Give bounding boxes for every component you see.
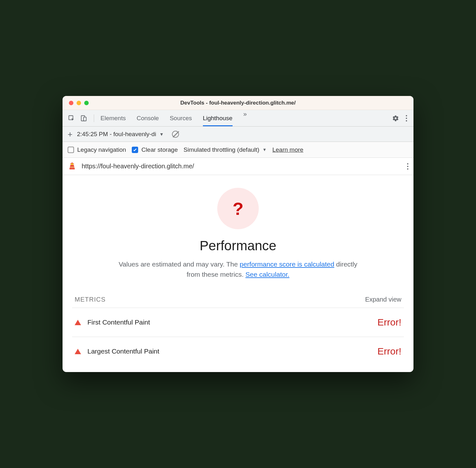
report-select[interactable]: 2:45:25 PM - foul-heavenly-di ▼	[77, 131, 164, 138]
metrics-title: METRICS	[75, 296, 106, 303]
device-toggle-icon[interactable]	[80, 114, 87, 122]
window-title: DevTools - foul-heavenly-direction.glitc…	[63, 100, 413, 106]
divider	[94, 114, 94, 122]
devtools-window: DevTools - foul-heavenly-direction.glitc…	[63, 96, 413, 372]
tab-console[interactable]: Console	[137, 110, 159, 126]
desc-text: Values are estimated and may vary. The	[119, 260, 240, 268]
devtools-tabbar: Elements Console Sources Lighthouse »	[63, 110, 413, 127]
dropdown-caret-icon: ▼	[263, 147, 267, 152]
category-description: Values are estimated and may vary. The p…	[117, 259, 359, 279]
error-triangle-icon	[75, 349, 81, 354]
svg-rect-2	[84, 117, 86, 121]
close-window-button[interactable]	[69, 101, 73, 105]
category-title: Performance	[69, 238, 407, 253]
checkbox-unchecked-icon	[68, 147, 74, 153]
metric-value: Error!	[377, 317, 401, 328]
expand-view-toggle[interactable]: Expand view	[365, 296, 401, 303]
lighthouse-toolbar: + 2:45:25 PM - foul-heavenly-di ▼	[63, 127, 413, 142]
report-menu-icon[interactable]	[407, 163, 408, 170]
metric-row: Largest Contentful Paint Error!	[72, 337, 404, 366]
see-calculator-link[interactable]: See calculator.	[245, 271, 289, 278]
maximize-window-button[interactable]	[84, 101, 89, 105]
report-url: https://foul-heavenly-direction.glitch.m…	[82, 163, 194, 170]
titlebar: DevTools - foul-heavenly-direction.glitc…	[63, 96, 413, 110]
report-content: ? Performance Values are estimated and m…	[63, 175, 413, 372]
tab-sources[interactable]: Sources	[170, 110, 192, 126]
settings-gear-icon[interactable]	[392, 114, 399, 122]
lighthouse-options: Legacy navigation Clear storage Simulate…	[63, 142, 413, 158]
inspect-element-icon[interactable]	[68, 114, 75, 122]
score-gauge: ?	[217, 188, 259, 229]
performance-score-link[interactable]: performance score is calculated	[240, 260, 334, 268]
metrics-header: METRICS Expand view	[72, 296, 404, 308]
clear-icon[interactable]	[172, 131, 179, 138]
minimize-window-button[interactable]	[77, 101, 81, 105]
metric-value: Error!	[377, 346, 401, 357]
svg-rect-7	[70, 168, 75, 169]
metric-name: First Contentful Paint	[87, 318, 150, 326]
clear-storage-label: Clear storage	[141, 146, 178, 153]
learn-more-link[interactable]: Learn more	[272, 146, 303, 153]
kebab-menu-icon[interactable]	[406, 115, 407, 121]
legacy-navigation-checkbox[interactable]: Legacy navigation	[68, 146, 126, 153]
report-url-bar: https://foul-heavenly-direction.glitch.m…	[63, 158, 413, 175]
metric-name: Largest Contentful Paint	[87, 347, 159, 355]
checkbox-checked-icon	[132, 147, 138, 153]
new-report-button[interactable]: +	[68, 130, 72, 138]
gauge-value: ?	[233, 198, 243, 219]
lighthouse-logo-icon	[68, 162, 77, 171]
panel-tabs: Elements Console Sources Lighthouse »	[100, 110, 247, 126]
metric-row: First Contentful Paint Error!	[72, 308, 404, 337]
more-tabs-icon[interactable]: »	[243, 110, 247, 126]
clear-storage-checkbox[interactable]: Clear storage	[132, 146, 178, 153]
report-select-label: 2:45:25 PM - foul-heavenly-di	[77, 131, 156, 138]
throttling-select[interactable]: Simulated throttling (default) ▼	[183, 146, 267, 153]
tab-lighthouse[interactable]: Lighthouse	[203, 110, 233, 126]
svg-rect-6	[70, 166, 74, 168]
svg-rect-5	[70, 165, 74, 166]
traffic-lights	[63, 101, 89, 105]
error-triangle-icon	[75, 320, 81, 325]
throttling-label: Simulated throttling (default)	[183, 146, 259, 153]
tab-elements[interactable]: Elements	[100, 110, 126, 126]
legacy-navigation-label: Legacy navigation	[77, 146, 126, 153]
dropdown-caret-icon: ▼	[159, 132, 164, 137]
